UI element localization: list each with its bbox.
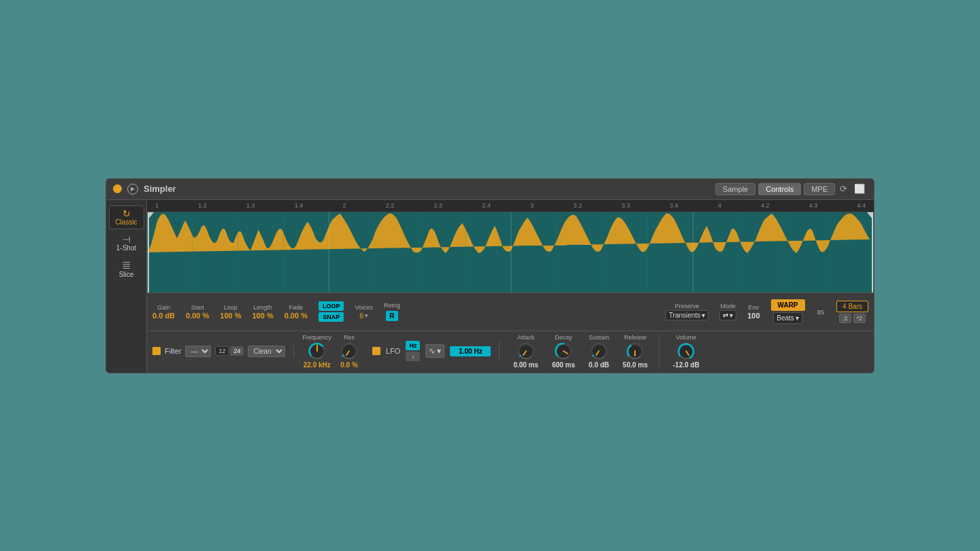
volume-group: Volume -12.0 dB	[673, 334, 700, 369]
refresh-icon[interactable]: ⟳	[838, 184, 849, 194]
save-icon[interactable]: ⬜	[852, 184, 867, 194]
release-knob[interactable]	[625, 341, 644, 361]
warp-group: WARP Beats ▾	[771, 299, 805, 324]
fade-value[interactable]: 0.00 %	[284, 312, 308, 320]
lfo-section: LFO Hz ♪ ∿ ▾ 1.00 Hz	[367, 341, 500, 361]
length-group: Length 100 %	[252, 304, 273, 320]
beats-arrow: ▾	[796, 314, 799, 322]
window-title: Simpler	[144, 184, 710, 194]
mark-4-3: 4.3	[809, 202, 818, 209]
mark-4-4: 4.4	[857, 202, 866, 209]
mini-btns: :2 *2	[839, 314, 866, 323]
lfo-note-btn[interactable]: ♪	[406, 352, 420, 361]
res-knob[interactable]	[340, 341, 359, 361]
mode-arrow: ▾	[730, 312, 733, 319]
env-label: Env	[749, 304, 760, 311]
frequency-group: Frequency 22.0 kHz	[302, 334, 331, 369]
slice-icon: ≣	[112, 260, 142, 271]
voices-value: 6	[359, 312, 363, 320]
oneshot-label: 1-Shot	[112, 244, 142, 252]
filter-type-select[interactable]: Clean	[248, 346, 285, 357]
freq-label: Frequency	[302, 334, 331, 341]
mark-2-4: 2.4	[482, 202, 491, 209]
release-group: Release 50.0 ms	[623, 334, 648, 369]
decay-knob[interactable]	[554, 341, 573, 361]
mark-3-4: 3.4	[670, 202, 679, 209]
mark-1: 1	[155, 202, 159, 209]
lfo-rate-input[interactable]: 1.00 Hz	[450, 346, 491, 356]
freq-value[interactable]: 22.0 kHz	[304, 361, 331, 369]
loop-button[interactable]: LOOP	[318, 301, 344, 311]
loop-group: Loop 100 %	[220, 304, 241, 320]
res-group: Res 0.0 %	[340, 334, 359, 369]
as-label: as	[816, 308, 826, 316]
attack-knob[interactable]	[517, 341, 536, 361]
div2-button[interactable]: :2	[839, 314, 851, 323]
decay-value[interactable]: 600 ms	[552, 361, 575, 369]
mode-classic[interactable]: ↻ Classic	[109, 205, 144, 229]
snap-button[interactable]: SNAP	[318, 312, 344, 322]
attack-value[interactable]: 0.00 ms	[513, 361, 538, 369]
tab-mpe[interactable]: MPE	[804, 183, 835, 195]
lfo-hz-btn[interactable]: Hz	[406, 341, 420, 350]
mul2-button[interactable]: *2	[853, 314, 866, 323]
mode-oneshot[interactable]: ⊣ 1-Shot	[109, 232, 144, 254]
length-value[interactable]: 100 %	[252, 312, 273, 320]
decay-group: Decay 600 ms	[552, 334, 575, 369]
bars-button[interactable]: 4 Bars	[836, 301, 868, 312]
sustain-label: Sustain	[589, 334, 609, 341]
filter-checkbox[interactable]	[152, 347, 161, 355]
filter-section: Filter — 12 24 Clean	[152, 346, 294, 357]
classic-icon: ↻	[112, 209, 141, 218]
mode-ctrl-label: Mode	[720, 303, 736, 310]
res-value[interactable]: 0.0 %	[340, 361, 358, 369]
slope-12[interactable]: 12	[215, 346, 229, 356]
start-value[interactable]: 0.00 %	[186, 312, 209, 320]
res-label: Res	[344, 334, 355, 341]
tab-controls[interactable]: Controls	[758, 183, 801, 195]
loop-snap-group: LOOP SNAP	[318, 301, 344, 322]
start-label: Start	[191, 304, 204, 311]
slice-label: Slice	[112, 271, 142, 278]
sustain-group: Sustain 0.0 dB	[589, 334, 609, 369]
mode-value: ⇄	[723, 312, 728, 319]
volume-knob[interactable]	[676, 341, 696, 361]
release-value[interactable]: 50.0 ms	[623, 361, 648, 369]
mode-slice[interactable]: ≣ Slice	[109, 257, 144, 281]
mark-3-3: 3.3	[621, 202, 630, 209]
sustain-knob[interactable]	[589, 341, 608, 361]
preserve-label: Preserve	[675, 303, 700, 310]
mark-2-3: 2.3	[434, 202, 443, 209]
gain-group: Gain 0.0 dB	[152, 304, 175, 320]
filter-shape-select[interactable]: —	[185, 346, 211, 357]
gain-value[interactable]: 0.0 dB	[152, 312, 175, 320]
bars-group: 4 Bars :2 *2	[836, 301, 868, 323]
title-dot	[113, 184, 122, 193]
play-button[interactable]: ▶	[127, 184, 138, 195]
title-bar: ▶ Simpler Sample Controls MPE ⟳ ⬜	[106, 179, 874, 200]
fade-label: Fade	[289, 304, 304, 311]
frequency-knob[interactable]	[308, 341, 327, 361]
attack-group: Attack 0.00 ms	[513, 334, 538, 369]
loop-value[interactable]: 100 %	[220, 312, 241, 320]
lfo-checkbox[interactable]	[372, 347, 380, 355]
mode-dropdown[interactable]: ⇄ ▾	[719, 310, 736, 320]
main-content: ↻ Classic ⊣ 1-Shot ≣ Slice 1 1.2 1.3 1.4	[106, 200, 874, 373]
volume-value[interactable]: -12.0 dB	[673, 361, 700, 369]
preserve-dropdown[interactable]: Transients ▾	[666, 310, 708, 320]
waveform-display[interactable]	[147, 212, 874, 293]
start-group: Start 0.00 %	[186, 304, 209, 320]
env-value[interactable]: 100	[747, 312, 760, 320]
warp-button[interactable]: WARP	[771, 299, 805, 311]
simpler-window: ▶ Simpler Sample Controls MPE ⟳ ⬜ ↻ Clas…	[105, 178, 875, 373]
lfo-shape-select[interactable]: ∿ ▾	[425, 344, 444, 358]
retrig-button[interactable]: R	[386, 311, 397, 321]
tab-sample[interactable]: Sample	[715, 183, 755, 195]
classic-label: Classic	[112, 218, 141, 226]
beats-dropdown[interactable]: Beats ▾	[773, 312, 802, 324]
bottom-row: Filter — 12 24 Clean Frequency	[147, 331, 874, 373]
slope-buttons: 12 24	[215, 346, 244, 356]
slope-24[interactable]: 24	[230, 346, 244, 356]
sustain-value[interactable]: 0.0 dB	[589, 361, 609, 369]
voices-select[interactable]: 6 ▾	[359, 312, 368, 320]
